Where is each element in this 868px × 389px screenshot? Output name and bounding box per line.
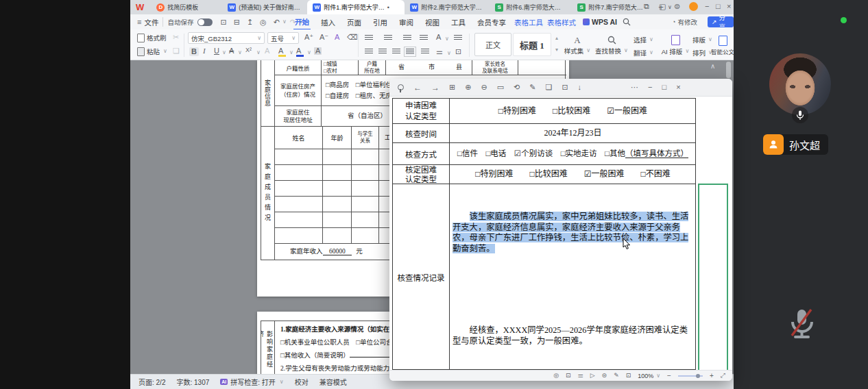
menu-reference[interactable]: 引用 [373, 17, 387, 27]
page-indicator[interactable]: 页面: 2/2 [138, 377, 165, 387]
italic-button[interactable]: I [203, 47, 206, 55]
paste-dropdown-icon[interactable]: ∨ [163, 49, 167, 54]
zoom-increase-button[interactable]: + [710, 373, 714, 379]
fit-page-icon[interactable]: ▭ [497, 84, 504, 91]
menu-insert[interactable]: 插入 [321, 17, 335, 27]
rotate-icon[interactable]: ⟲ [514, 84, 520, 91]
tab-docer[interactable]: D 找简历模板 [151, 0, 222, 14]
strike-dropdown-icon[interactable]: ∨ [238, 50, 242, 55]
menu-home[interactable]: 开始 [293, 14, 311, 30]
menu-table-tools[interactable]: 表格工具 [514, 17, 543, 27]
workspace-icon[interactable]: ▢ [659, 3, 666, 10]
pin-icon[interactable] [398, 84, 404, 90]
smart-doc-button[interactable]: 智能公文 [713, 33, 732, 58]
preview-close-button[interactable]: × [676, 84, 680, 91]
undo-dropdown-icon[interactable]: ∨ [282, 19, 287, 25]
typeset-button[interactable]: 排版∨ [692, 35, 712, 45]
zoom-slider[interactable] [678, 375, 703, 377]
autosave-toggle[interactable] [197, 18, 213, 26]
format-painter-button[interactable]: 格式刷 [137, 33, 167, 42]
select-area-icon[interactable]: ⊡ [562, 84, 568, 91]
preview-maximize-button[interactable]: □ [662, 84, 667, 91]
share-button[interactable]: ↗ 分享 [708, 16, 734, 27]
participant-name-badge[interactable]: 孙文超 [763, 134, 828, 155]
strikethrough-button[interactable]: A [229, 47, 234, 55]
asian-layout-icon[interactable]: A [436, 34, 441, 41]
annotate-icon[interactable]: ✎ [614, 373, 619, 379]
menu-review[interactable]: 审阅 [399, 17, 413, 27]
menu-view[interactable]: 视图 [425, 17, 439, 27]
align-left-icon[interactable] [365, 49, 373, 55]
highlight-dropdown-icon[interactable]: ∨ [289, 50, 293, 55]
line-spacing-dropdown[interactable]: ∨ [447, 51, 451, 56]
tab-attachment2[interactable]: W 附件2.南宁师范大学XX学… [405, 0, 490, 14]
style-gallery-down[interactable]: ▾ [555, 47, 558, 53]
vertical-scrollbar[interactable] [726, 62, 731, 78]
style-gallery-up[interactable]: ▴ [555, 36, 558, 41]
paragraph-layout-icon[interactable] [454, 35, 462, 41]
tab-attachment7[interactable]: S 附件7.南宁师范大学XX学… [572, 0, 654, 14]
numbered-list-icon[interactable] [384, 35, 392, 41]
find-replace-button[interactable]: 查找替换∨ [594, 33, 629, 58]
decrease-font-icon[interactable]: A⁻ [320, 34, 328, 41]
asian-layout-dropdown[interactable]: ∨ [445, 36, 449, 42]
forward-icon[interactable]: → [431, 84, 439, 92]
maximize-button[interactable]: □ [716, 3, 721, 10]
align-right-icon[interactable] [392, 49, 400, 55]
proofread-button[interactable]: 校对 [295, 377, 309, 387]
tab-attachment6[interactable]: S 附件6.南宁师范大学XX学… [490, 0, 572, 14]
account-avatar[interactable] [689, 2, 698, 11]
search-icon[interactable] [623, 18, 631, 26]
web-icon[interactable]: ⊜ [602, 373, 607, 379]
align-justify-icon[interactable] [406, 49, 414, 55]
wps-logo[interactable]: W [136, 2, 144, 12]
increase-indent-icon[interactable] [420, 35, 428, 41]
minimize-button[interactable]: − [705, 3, 709, 10]
record-value-cell[interactable]: 该生家庭成员情况属实，家中兄弟姐妹比较多，读书、生活开支大，家庭经济信息属实，家… [450, 184, 696, 370]
fit-selection-icon[interactable]: ⊡ [626, 373, 631, 379]
save-icon[interactable]: ⊡ [566, 373, 571, 379]
zoom-in-icon[interactable]: ⊕ [465, 84, 471, 91]
page-thumbnails-icon[interactable]: ⊞ [449, 84, 455, 91]
record-selected-paragraph[interactable]: 该生家庭成员情况属实，家中兄弟姐妹比较多，读书、生活开支大，家庭经济信息属实，家… [453, 212, 692, 254]
fullscreen-icon[interactable]: ⤢ [721, 373, 725, 379]
arrange-button[interactable]: 排列∨ [692, 48, 712, 58]
mic-muted-icon[interactable] [787, 307, 817, 341]
highlight-color-button[interactable]: A [278, 47, 287, 55]
zoom-slider-thumb[interactable] [696, 374, 700, 378]
style-normal-cell[interactable]: 正文 [474, 33, 511, 56]
menu-table-style[interactable]: 表格样式 [547, 17, 576, 27]
export-icon[interactable]: ❏ [546, 84, 553, 91]
print-icon[interactable]: ⊟ [234, 18, 240, 26]
menu-page[interactable]: 页面 [347, 17, 361, 27]
zoom-out-icon[interactable]: ⊖ [481, 84, 487, 91]
font-color-button[interactable]: A [296, 47, 304, 55]
back-icon[interactable]: ← [413, 84, 422, 92]
read-mode-icon[interactable]: ◎ [553, 373, 559, 379]
edit-icon[interactable]: ✎ [529, 84, 535, 91]
zoom-decrease-button[interactable]: − [667, 373, 671, 379]
file-menu[interactable]: 文件 [144, 17, 158, 27]
preview-titlebar[interactable]: ← → ⊞ ⊕ ⊖ ▭ ⟲ ✎ ❏ ⊡ ↓ ⋯ − □ × [389, 79, 732, 97]
text-effect-icon[interactable]: A [335, 34, 339, 41]
align-center-icon[interactable] [378, 49, 387, 55]
record-conclusion-paragraph[interactable]: 经核查，XXXX同学2025—2026学年度家庭经济困难认定类型与原认定类型一致… [453, 325, 692, 347]
save-icon[interactable]: ⊡ [220, 18, 226, 26]
ai-layout-button[interactable]: AI 排版∨ [660, 33, 691, 58]
superscript-button[interactable]: X² [245, 47, 252, 53]
mic-on-badge[interactable] [792, 107, 808, 123]
tab-attachment1-active[interactable]: W 附件1.南宁师范大学… • [307, 0, 405, 14]
tab-doc-notice[interactable]: W (预通知) 关于做好南宁… [222, 0, 307, 14]
collapse-ribbon-icon[interactable]: ∧ [710, 62, 715, 70]
output-icon[interactable]: ↥ [247, 18, 253, 26]
hamburger-icon[interactable]: ≡ [137, 18, 141, 26]
play-icon[interactable]: ▷ [590, 373, 595, 379]
layout-icon[interactable]: ⚌ [578, 373, 583, 379]
capture-icon[interactable]: ⧉ [644, 3, 649, 10]
globe-icon[interactable]: ⊜ [674, 3, 680, 10]
bold-button[interactable]: B [189, 47, 199, 56]
increase-font-icon[interactable]: A⁺ [304, 34, 313, 41]
style-heading1-cell[interactable]: 标题 1 [513, 33, 551, 56]
preview-icon[interactable]: ◎ [260, 18, 267, 26]
font-size-select[interactable]: 五号 ∨ [267, 32, 299, 44]
